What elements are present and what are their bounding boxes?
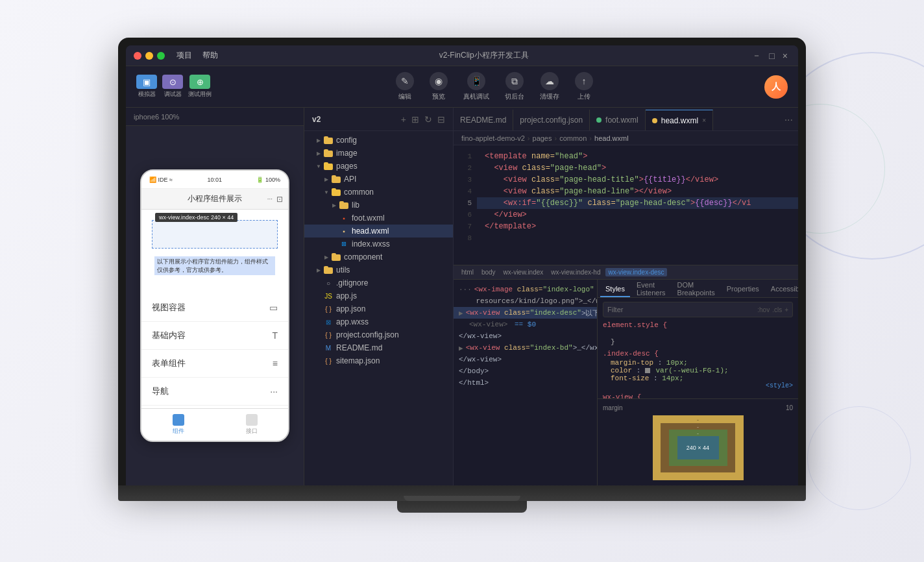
section-basic-content[interactable]: 基础内容 T [141,322,288,350]
breadcrumb-root[interactable]: fino-applet-demo-v2 [461,134,525,142]
styles-tab-accessibility[interactable]: Accessibility [766,282,798,297]
styles-tab-dom-breakpoints[interactable]: DOM Breakpoints [672,282,720,297]
window-minimize-icon[interactable]: － [749,49,764,63]
upload-action[interactable]: ↑ 上传 [575,72,593,101]
phone-tab-components[interactable]: 组件 [141,414,215,435]
html-line-9[interactable]: </html> [454,377,597,389]
preview-action[interactable]: ◉ 预览 [430,72,448,101]
tree-file-head-wxml[interactable]: ▶ ▪ head.wxml [304,225,453,238]
toolbar: ▣ 模拟器 ⊙ 调试器 ⊕ 测试用例 ✎ 编辑 [126,66,798,108]
devtools-bc-html[interactable]: html [459,268,476,276]
laptop-screen: 项目 帮助 v2-FinClip小程序开发工具 － □ × ▣ 模拟器 [126,45,798,485]
section-nav[interactable]: 导航 ··· [141,378,288,406]
section-label-4: 导航 [152,385,169,397]
phone-tab-interface[interactable]: 接口 [215,414,288,435]
tab-head-wxml-label: head.wxml [661,116,698,125]
html-line-5[interactable]: </wx-view> [454,330,597,342]
tree-folder-api[interactable]: ▶ API [304,173,453,186]
tree-label-gitignore: .gitignore [336,278,368,287]
tab-head-wxml-close[interactable]: × [702,117,706,124]
menu-project[interactable]: 项目 [176,50,192,61]
tab-readme[interactable]: README.md [454,110,513,130]
tree-folder-common[interactable]: ▼ common [304,186,453,199]
tree-file-foot-wxml[interactable]: ▶ ▪ foot.wxml [304,212,453,225]
section-form[interactable]: 表单组件 ≡ [141,350,288,378]
box-padding: - 240 × 44 [669,430,727,466]
close-button[interactable] [134,52,141,60]
tree-folder-component[interactable]: ▶ component [304,250,453,263]
filter-input[interactable] [607,306,757,313]
html-line-2[interactable]: resources/kind/logo.png">_</wx-image> [454,295,597,307]
tree-folder-pages[interactable]: ▼ pages [304,160,453,173]
tab-head-wxml[interactable]: head.wxml × [646,110,713,130]
window-action-buttons: － □ × [749,49,790,63]
window-close-icon[interactable]: × [780,49,790,62]
tree-file-app-json[interactable]: ▶ { } app.json [304,302,453,315]
devtools-bc-selected[interactable]: wx-view.index-desc [605,268,666,276]
tree-file-project-config[interactable]: ▶ { } project.config.json [304,328,453,341]
style-prop-font-size: font-size : 14px; [603,374,793,382]
debug-icon: ⊙ [162,75,183,89]
tree-folder-utils[interactable]: ▶ utils [304,263,453,276]
tree-file-gitignore[interactable]: ▶ ○ .gitignore [304,276,453,289]
style-source-index-desc[interactable]: <style> [603,382,793,389]
tree-label-component: component [344,252,382,262]
device-debug-action[interactable]: 📱 真机调试 [463,72,489,101]
edit-action[interactable]: ✎ 编辑 [396,72,414,101]
preview-panel: iphone6 100% 📶 IDE ≈ 10:01 🔋 100% [126,108,304,485]
collapse-icon[interactable]: ⊟ [437,114,445,125]
html-line-1[interactable]: ··· <wx-image class= "index-logo" src= "… [454,284,597,295]
tree-file-readme[interactable]: ▶ M README.md [304,341,453,354]
refresh-icon[interactable]: ↻ [424,114,432,125]
filter-add[interactable]: + [784,306,788,313]
devtools-bc-body[interactable]: body [479,268,498,276]
window-maximize-icon[interactable]: □ [766,49,777,62]
styles-tab-properties[interactable]: Properties [722,282,764,297]
section-view-container[interactable]: 视图容器 ▭ [141,294,288,322]
breadcrumb-file[interactable]: head.wxml [594,134,629,142]
styles-tab-event-listeners[interactable]: Event Listeners [631,282,671,297]
code-line-5: <wx:if= "{{desc}}" class= "page-head-des… [477,197,798,209]
html-line-4[interactable]: <wx-view> == $0 [454,319,597,330]
user-avatar[interactable]: 人 [764,75,788,99]
tree-file-sitemap[interactable]: ▶ { } sitemap.json [304,354,453,367]
styles-tab-styles[interactable]: Styles [600,282,630,297]
tree-file-app-js[interactable]: ▶ JS app.js [304,289,453,302]
devtools-bc-wx-view-index-hd[interactable]: wx-view.index-hd [548,268,603,276]
menu-help[interactable]: 帮助 [202,50,218,61]
test-button[interactable]: ⊕ 测试用例 [188,75,212,99]
filter-hov[interactable]: :hov [757,306,770,313]
box-content-size: 240 × 44 [687,445,709,451]
tree-arrow-config: ▶ [315,136,322,144]
new-file-icon[interactable]: + [401,114,406,125]
minimize-button[interactable] [145,52,153,60]
tab-foot-wxml[interactable]: foot.wxml [590,110,646,130]
html-line-6[interactable]: ▶ <wx-view class= "index-bd" >_</wx-view… [454,342,597,354]
folder-icon-lib [339,201,348,209]
html-line-selected[interactable]: ▶ <wx-view class= "index-desc" >以下用展示小程序… [454,307,597,319]
devtools-bc-wx-view-index[interactable]: wx-view.index [501,268,546,276]
breadcrumb-common[interactable]: common [559,134,587,142]
phone-nav-expand[interactable]: ··· [267,195,273,202]
line-4: 4 [454,186,477,197]
tree-folder-lib[interactable]: ▶ lib [304,199,453,212]
phone-time: 10:01 [207,177,222,183]
maximize-button[interactable] [157,52,165,60]
tab-project-config[interactable]: project.config.json [513,110,590,130]
tree-folder-image[interactable]: ▶ image [304,147,453,160]
simulate-button[interactable]: ▣ 模拟器 [136,75,157,99]
html-line-7[interactable]: </wx-view> [454,354,597,365]
phone-expand-icon[interactable]: ⊡ [276,195,283,204]
clear-cache-action[interactable]: ☁ 清缓存 [540,72,559,101]
tree-file-app-wxss[interactable]: ▶ ⊠ app.wxss [304,315,453,328]
tab-more-button[interactable]: ··· [779,110,798,130]
tree-file-index-wxss[interactable]: ▶ ⊠ index.wxss [304,238,453,250]
filter-cls[interactable]: .cls [772,306,782,313]
breadcrumb-pages[interactable]: pages [533,134,552,142]
tree-folder-config[interactable]: ▶ config [304,134,453,147]
cut-action[interactable]: ⧉ 切后台 [505,72,524,101]
html-line-8[interactable]: </body> [454,365,597,377]
new-folder-icon[interactable]: ⊞ [411,114,419,125]
debug-button[interactable]: ⊙ 调试器 [162,75,183,99]
code-content[interactable]: <template name= "head" > <view class= [477,145,798,265]
